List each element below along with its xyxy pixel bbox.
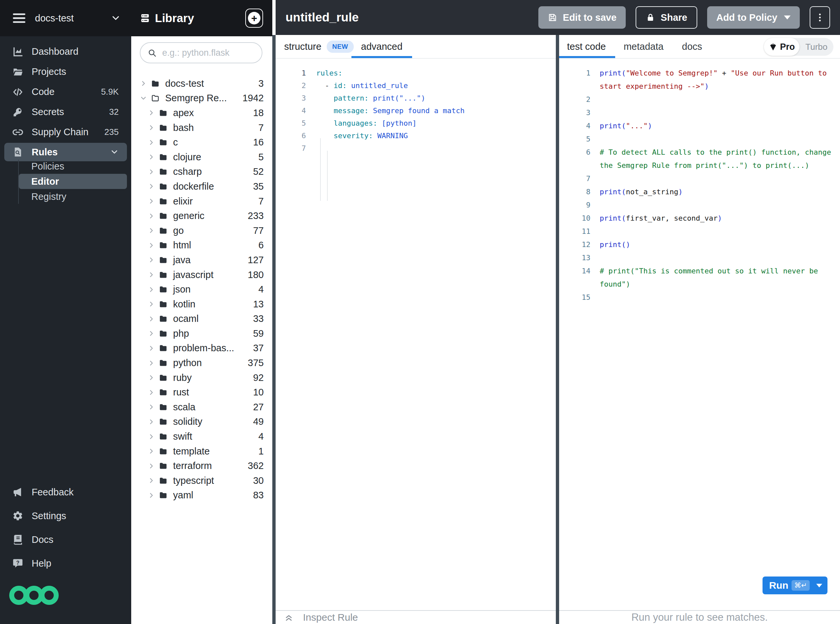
sidebar-item-settings[interactable]: Settings bbox=[0, 504, 131, 528]
sidebar-item-docs[interactable]: Docs bbox=[0, 528, 131, 551]
add-to-policy-button[interactable]: Add to Policy bbox=[707, 6, 800, 29]
tree-row-go[interactable]: go77 bbox=[131, 223, 272, 238]
share-button[interactable]: Share bbox=[636, 6, 697, 29]
more-options-button[interactable] bbox=[810, 6, 830, 29]
tree-row-apex[interactable]: apex18 bbox=[131, 105, 272, 120]
tree-row-c[interactable]: c16 bbox=[131, 135, 272, 150]
chevron-right-icon[interactable] bbox=[148, 462, 155, 470]
tree-row-kotlin[interactable]: kotlin13 bbox=[131, 297, 272, 312]
chevron-right-icon[interactable] bbox=[148, 153, 155, 161]
org-name[interactable]: docs-test bbox=[35, 13, 74, 24]
sidebar-item-projects[interactable]: Projects bbox=[0, 62, 131, 82]
code-line: 5 bbox=[559, 133, 840, 146]
tree-row-bash[interactable]: bash7 bbox=[131, 120, 272, 135]
chevron-right-icon[interactable] bbox=[148, 403, 155, 411]
tree-row-template[interactable]: template1 bbox=[131, 444, 272, 459]
chevron-right-icon[interactable] bbox=[148, 212, 155, 220]
panel-divider[interactable] bbox=[556, 35, 559, 624]
tab-advanced[interactable]: advanced bbox=[361, 41, 402, 52]
chevron-right-icon[interactable] bbox=[148, 139, 155, 146]
tree-row-json[interactable]: json4 bbox=[131, 282, 272, 297]
chevron-right-icon[interactable] bbox=[148, 344, 155, 352]
chevron-right-icon[interactable] bbox=[148, 256, 155, 264]
chevron-right-icon[interactable] bbox=[140, 80, 147, 87]
chevron-right-icon[interactable] bbox=[148, 315, 155, 323]
hamburger-icon[interactable] bbox=[12, 11, 26, 25]
tree-row-python[interactable]: python375 bbox=[131, 355, 272, 371]
chevron-right-icon[interactable] bbox=[148, 168, 155, 176]
tree-row-javascript[interactable]: javascript180 bbox=[131, 267, 272, 282]
chevron-right-icon[interactable] bbox=[148, 242, 155, 249]
chevron-right-icon[interactable] bbox=[148, 433, 155, 440]
rule-yaml-editor[interactable]: 1rules:2 - id: untitled_rule3 pattern: p… bbox=[276, 59, 556, 610]
tree-row-clojure[interactable]: clojure5 bbox=[131, 150, 272, 165]
chevron-right-icon[interactable] bbox=[148, 360, 155, 367]
engine-option-pro[interactable]: Pro bbox=[764, 38, 800, 56]
chevron-right-icon[interactable] bbox=[148, 477, 155, 484]
new-rule-button[interactable]: + bbox=[245, 9, 263, 28]
panel-divider[interactable] bbox=[272, 35, 276, 624]
chevron-right-icon[interactable] bbox=[148, 300, 155, 308]
sidebar-item-supply-chain[interactable]: Supply Chain235 bbox=[0, 122, 131, 142]
chevron-right-icon[interactable] bbox=[148, 374, 155, 381]
search-input[interactable] bbox=[162, 48, 254, 59]
tree-row-problem-bas[interactable]: problem-bas...37 bbox=[131, 341, 272, 356]
tree-row-scala[interactable]: scala27 bbox=[131, 400, 272, 415]
tree-row-docs-test[interactable]: docs-test3 bbox=[131, 76, 272, 91]
chevron-right-icon[interactable] bbox=[148, 183, 155, 190]
tree-row-generic[interactable]: generic233 bbox=[131, 209, 272, 223]
chevron-right-icon[interactable] bbox=[148, 109, 155, 116]
sidebar-item-secrets[interactable]: Secrets32 bbox=[0, 102, 131, 122]
chevron-right-icon[interactable] bbox=[148, 389, 155, 396]
tab-metadata[interactable]: metadata bbox=[624, 41, 664, 52]
tree-row-SemgrepRe[interactable]: Semgrep Re...1942 bbox=[131, 91, 272, 106]
tree-row-label: ocaml bbox=[173, 313, 199, 324]
sidebar-item-feedback[interactable]: Feedback bbox=[0, 480, 131, 504]
tree-row-java[interactable]: java127 bbox=[131, 253, 272, 267]
tree-row-php[interactable]: php59 bbox=[131, 326, 272, 341]
chevron-down-icon[interactable] bbox=[140, 95, 147, 102]
tree-row-dockerfile[interactable]: dockerfile35 bbox=[131, 179, 272, 194]
tree-row-swift[interactable]: swift4 bbox=[131, 429, 272, 444]
chevron-down-icon[interactable] bbox=[111, 13, 121, 23]
chevron-right-icon[interactable] bbox=[148, 286, 155, 293]
run-dropdown-caret[interactable] bbox=[816, 584, 822, 587]
chevron-right-icon[interactable] bbox=[148, 198, 155, 205]
tab-structure[interactable]: structure bbox=[284, 41, 321, 52]
tab-docs[interactable]: docs bbox=[682, 41, 702, 52]
chevron-right-icon[interactable] bbox=[148, 124, 155, 131]
tree-row-ruby[interactable]: ruby92 bbox=[131, 371, 272, 385]
edit-to-save-button[interactable]: Edit to save bbox=[538, 6, 626, 29]
tree-row-csharp[interactable]: csharp52 bbox=[131, 165, 272, 179]
tree-row-rust[interactable]: rust10 bbox=[131, 385, 272, 400]
chevron-right-icon[interactable] bbox=[148, 418, 155, 425]
test-code-editor[interactable]: 1print("Welcome to Semgrep!" + "Use our … bbox=[559, 59, 840, 610]
chevron-right-icon[interactable] bbox=[148, 271, 155, 278]
tree-row-terraform[interactable]: terraform362 bbox=[131, 459, 272, 473]
tree-row-elixir[interactable]: elixir7 bbox=[131, 194, 272, 209]
sidebar-item-dashboard[interactable]: Dashboard bbox=[0, 42, 131, 62]
org-switcher[interactable]: docs-test bbox=[0, 0, 131, 36]
chevron-right-icon[interactable] bbox=[148, 492, 155, 499]
engine-option-turbo[interactable]: Turbo bbox=[800, 42, 834, 52]
sidebar-item-label: Code bbox=[32, 86, 54, 97]
library-search[interactable] bbox=[140, 42, 262, 63]
chevron-right-icon[interactable] bbox=[148, 227, 155, 234]
double-chevron-up-icon bbox=[284, 612, 294, 623]
inspect-rule-bar[interactable]: Inspect Rule bbox=[276, 610, 556, 624]
tree-row-yaml[interactable]: yaml83 bbox=[131, 488, 272, 503]
engine-toggle[interactable]: Pro Turbo bbox=[764, 38, 834, 56]
run-button[interactable]: Run ⌘↵ bbox=[763, 576, 828, 594]
chevron-right-icon[interactable] bbox=[148, 330, 155, 337]
tree-row-ocaml[interactable]: ocaml33 bbox=[131, 312, 272, 326]
tree-row-typescript[interactable]: typescript30 bbox=[131, 473, 272, 488]
tree-row-html[interactable]: html6 bbox=[131, 238, 272, 253]
chevron-right-icon[interactable] bbox=[148, 448, 155, 455]
tree-row-solidity[interactable]: solidity49 bbox=[131, 415, 272, 429]
sidebar-item-help[interactable]: ?Help bbox=[0, 551, 131, 575]
sidebar-item-registry[interactable]: Registry bbox=[0, 189, 131, 204]
tab-test-code[interactable]: test code bbox=[567, 41, 606, 52]
sidebar-item-code[interactable]: Code5.9K bbox=[0, 82, 131, 102]
sidebar-item-policies[interactable]: Policies bbox=[0, 159, 131, 174]
sidebar-item-editor[interactable]: Editor bbox=[19, 174, 127, 189]
